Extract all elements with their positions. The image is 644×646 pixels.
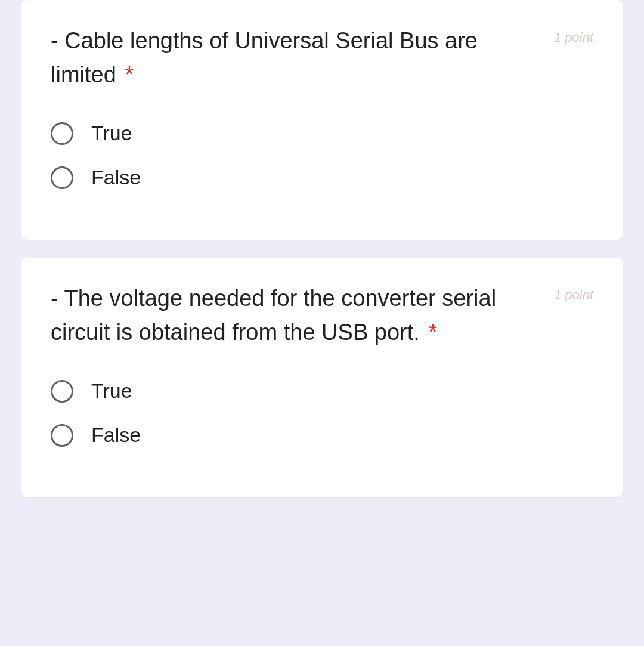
radio-option-false[interactable]: False xyxy=(51,166,593,189)
points-label: 1 point xyxy=(554,30,593,45)
radio-label: False xyxy=(91,166,141,189)
radio-label: True xyxy=(91,122,132,145)
question-text: - The voltage needed for the converter s… xyxy=(51,282,554,350)
radio-option-true[interactable]: True xyxy=(51,379,593,403)
radio-option-false[interactable]: False xyxy=(51,424,593,447)
question-card-1: - Cable lengths of Universal Serial Bus … xyxy=(21,0,623,240)
question-prompt: - Cable lengths of Universal Serial Bus … xyxy=(51,28,478,87)
question-card-2: - The voltage needed for the converter s… xyxy=(21,258,623,497)
radio-option-true[interactable]: True xyxy=(51,122,593,145)
question-header: - Cable lengths of Universal Serial Bus … xyxy=(51,24,593,92)
required-asterisk-icon: * xyxy=(125,62,134,87)
radio-label: True xyxy=(91,379,132,403)
question-text: - Cable lengths of Universal Serial Bus … xyxy=(51,24,554,92)
points-label: 1 point xyxy=(554,288,593,303)
radio-circle-icon xyxy=(51,166,73,189)
question-header: - The voltage needed for the converter s… xyxy=(51,282,593,350)
radio-label: False xyxy=(91,424,141,447)
required-asterisk-icon: * xyxy=(428,320,437,345)
radio-circle-icon xyxy=(51,380,73,403)
radio-circle-icon xyxy=(51,424,73,447)
radio-circle-icon xyxy=(51,122,73,145)
